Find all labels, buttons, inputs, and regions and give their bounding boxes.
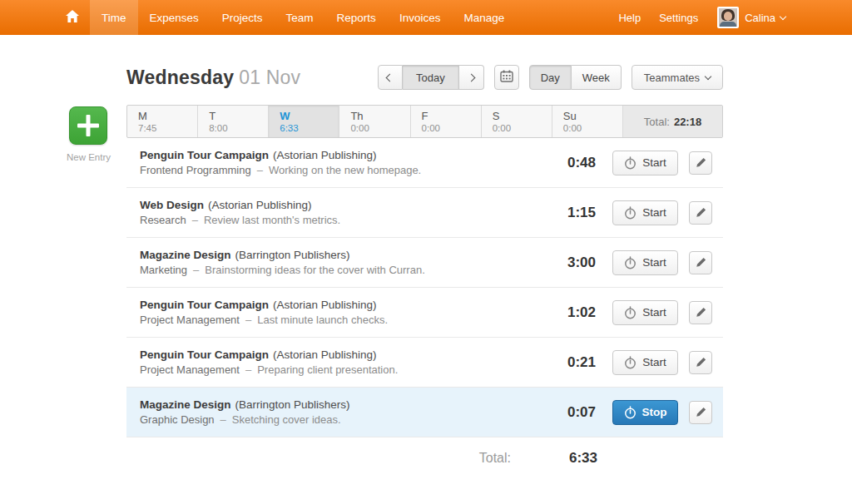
user-name: Calina (745, 12, 775, 24)
entry-separator: – (192, 214, 198, 226)
start-timer-button[interactable]: Start (612, 200, 678, 225)
pencil-icon (696, 207, 706, 218)
entry-project: Penguin Tour Campaign (140, 299, 269, 311)
nav-tab-invoices[interactable]: Invoices (388, 0, 453, 35)
next-day-button[interactable] (459, 65, 484, 90)
day-tab-time: 0:00 (563, 123, 622, 133)
entry-client: (Barrington Publishers) (235, 249, 350, 261)
timer-button-label: Start (642, 156, 666, 169)
top-navigation: TimeExpensesProjectsTeamReportsInvoicesM… (0, 0, 852, 35)
pencil-icon (696, 157, 706, 168)
day-tab-th[interactable]: Th0:00 (339, 106, 409, 137)
nav-tab-expenses[interactable]: Expenses (138, 0, 211, 35)
entry-notes: Review last month's metrics. (204, 214, 340, 226)
entry-task: Project Management (140, 363, 240, 376)
home-button[interactable] (55, 0, 90, 35)
day-tab-label: S (493, 110, 552, 122)
avatar-body (720, 22, 736, 28)
timer-icon (624, 156, 637, 170)
week-view-button[interactable]: Week (572, 65, 622, 90)
day-tab-m[interactable]: M7:45 (127, 106, 197, 137)
entry-client: (Barrington Publishers) (235, 398, 350, 411)
day-tab-label: W (280, 110, 339, 122)
start-timer-button[interactable]: Start (612, 350, 678, 375)
time-entry-row: Penguin Tour Campaign(Astorian Publishin… (126, 338, 723, 388)
entry-project: Penguin Tour Campaign (140, 348, 269, 361)
entry-project: Magazine Design (140, 398, 231, 411)
entry-task: Graphic Design (140, 413, 215, 426)
user-avatar[interactable] (717, 7, 739, 28)
start-timer-button[interactable]: Start (612, 300, 678, 325)
date-nav-group: Today (378, 65, 484, 90)
start-timer-button[interactable]: Start (612, 250, 678, 275)
day-tab-su[interactable]: Su0:00 (552, 106, 622, 137)
day-tab-label: F (422, 110, 481, 122)
entry-task: Frontend Programming (140, 164, 251, 176)
entry-separator: – (245, 363, 251, 376)
edit-entry-button[interactable] (689, 401, 712, 424)
week-total-value: 22:18 (674, 116, 701, 128)
timer-button-label: Start (642, 356, 666, 368)
entry-info: Penguin Tour Campaign(Astorian Publishin… (140, 348, 546, 376)
pencil-icon (696, 307, 706, 318)
day-tab-time: 0:00 (350, 123, 409, 133)
day-week-toggle: Day Week (529, 65, 622, 90)
nav-tab-time[interactable]: Time (90, 0, 138, 35)
user-menu[interactable]: Calina (745, 12, 785, 24)
timer-icon (624, 356, 637, 369)
new-entry-button[interactable] (69, 106, 107, 145)
chevron-down-icon (780, 12, 786, 19)
day-tab-t[interactable]: T8:00 (197, 106, 268, 137)
entry-info: Penguin Tour Campaign(Astorian Publishin… (140, 299, 546, 326)
time-entry-row: Penguin Tour Campaign(Astorian Publishin… (126, 288, 723, 338)
day-tab-time: 0:00 (422, 123, 481, 133)
entry-duration: 1:15 (546, 205, 596, 221)
day-tab-label: T (209, 110, 268, 122)
timer-icon (624, 256, 637, 269)
previous-day-button[interactable] (378, 65, 403, 90)
entry-task: Project Management (140, 314, 240, 326)
day-tab-time: 8:00 (209, 123, 268, 133)
edit-entry-button[interactable] (689, 301, 712, 324)
pencil-icon (696, 357, 706, 368)
entry-duration: 0:21 (546, 354, 596, 371)
chevron-right-icon (467, 73, 475, 82)
title-day-name: Wednesday (126, 67, 234, 88)
edit-entry-button[interactable] (689, 151, 712, 175)
entry-separator: – (257, 164, 263, 176)
nav-tab-team[interactable]: Team (275, 0, 325, 35)
entry-info: Magazine Design(Barrington Publishers)Gr… (140, 398, 546, 426)
entry-separator: – (220, 413, 226, 426)
edit-entry-button[interactable] (689, 201, 712, 225)
entry-info: Penguin Tour Campaign(Astorian Publishin… (140, 149, 546, 176)
teammates-dropdown[interactable]: Teammates (632, 65, 723, 90)
entry-project: Web Design (140, 199, 204, 211)
calendar-button[interactable] (494, 65, 519, 90)
nav-tab-projects[interactable]: Projects (211, 0, 275, 35)
help-link[interactable]: Help (609, 0, 650, 35)
entry-duration: 0:07 (546, 404, 596, 421)
day-view-button[interactable]: Day (529, 65, 572, 90)
nav-tab-manage[interactable]: Manage (452, 0, 516, 35)
settings-link[interactable]: Settings (650, 0, 707, 35)
entry-separator: – (193, 264, 199, 276)
entry-notes: Sketching cover ideas. (232, 413, 341, 426)
entry-project: Penguin Tour Campaign (140, 149, 269, 161)
stop-timer-button[interactable]: Stop (612, 400, 678, 425)
day-tab-s[interactable]: S0:00 (481, 106, 552, 137)
main-content: Wednesday01 Nov Today Day Week Teammates (126, 64, 723, 467)
entry-notes: Working on the new homepage. (269, 164, 421, 176)
day-total: Total: 6:33 (126, 437, 723, 467)
today-button[interactable]: Today (403, 65, 459, 90)
entry-notes: Last minute launch checks. (257, 314, 388, 326)
day-tab-w[interactable]: W6:33 (268, 106, 339, 137)
day-tab-f[interactable]: F0:00 (410, 106, 481, 137)
timer-icon (624, 406, 637, 419)
title-date: 01 Nov (239, 67, 300, 88)
entry-notes: Brainstorming ideas for the cover with C… (205, 264, 424, 276)
start-timer-button[interactable]: Start (612, 151, 678, 175)
edit-entry-button[interactable] (689, 351, 712, 374)
edit-entry-button[interactable] (689, 251, 712, 274)
day-total-value: 6:33 (547, 450, 597, 467)
nav-tab-reports[interactable]: Reports (325, 0, 388, 35)
